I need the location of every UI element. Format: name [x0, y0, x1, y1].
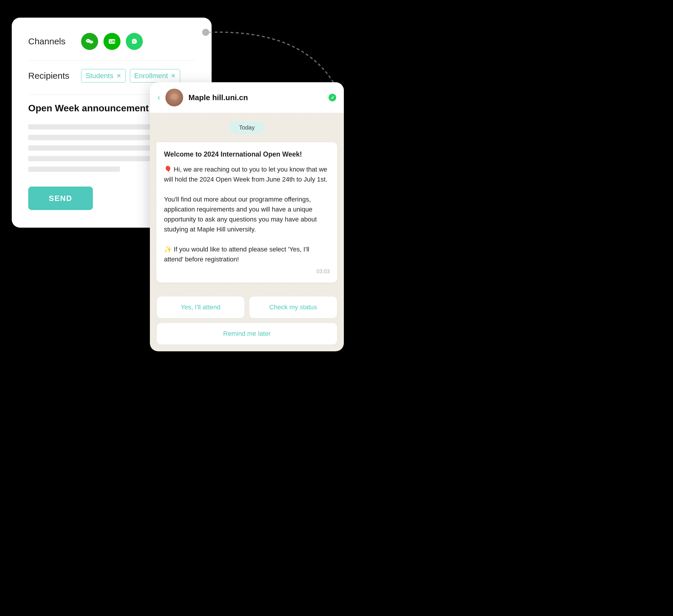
attend-button[interactable]: Yes, I'll attend	[156, 296, 245, 318]
message-body-1: 🎈 Hi, we are reaching out to you to let …	[164, 165, 330, 185]
svg-point-3	[89, 40, 93, 43]
enrollment-tag-label: Enrollment	[134, 72, 168, 80]
recipients-row: Recipients Students ✕ Enrollment ✕	[28, 69, 195, 82]
check-status-button[interactable]: Check my status	[249, 296, 338, 318]
students-tag-remove[interactable]: ✕	[117, 72, 122, 79]
chat-header: ‹ Maple hill.uni.cn ✓	[150, 82, 344, 113]
enrollment-tag[interactable]: Enrollment ✕	[130, 69, 181, 82]
chat-name: Maple hill.uni.cn	[188, 93, 323, 102]
svg-point-2	[88, 40, 89, 41]
avatar-image	[166, 89, 183, 106]
send-button[interactable]: SEND	[28, 187, 93, 210]
enrollment-tag-remove[interactable]: ✕	[171, 72, 176, 79]
verified-badge: ✓	[328, 94, 336, 101]
chat-card: ‹ Maple hill.uni.cn ✓ Today Welcome to 2…	[150, 82, 344, 351]
svg-point-4	[90, 42, 91, 42]
message-body-2: You'll find out more about our programme…	[164, 195, 330, 234]
whatsapp-icon[interactable]	[126, 33, 143, 50]
wechat-icon[interactable]	[81, 33, 98, 50]
students-tag-label: Students	[85, 72, 114, 80]
chat-body: Today Welcome to 2024 International Open…	[150, 113, 344, 296]
channels-divider	[28, 60, 195, 61]
back-button[interactable]: ‹	[158, 93, 160, 102]
message-title: Welcome to 2024 International Open Week!	[164, 149, 330, 160]
svg-point-9	[202, 29, 209, 36]
svg-point-1	[87, 40, 87, 41]
svg-point-5	[91, 42, 92, 42]
channels-label: Channels	[28, 36, 81, 46]
students-tag[interactable]: Students ✕	[81, 69, 126, 82]
message-body-3: ✨ If you would like to attend please sel…	[164, 244, 330, 264]
channels-row: Channels LINE	[28, 33, 195, 50]
message-bubble: Welcome to 2024 International Open Week!…	[156, 142, 338, 283]
chat-actions: Yes, I'll attend Check my status Remind …	[150, 296, 344, 351]
message-time: 03:03	[164, 268, 330, 276]
channel-icons: LINE	[81, 33, 143, 50]
recipients-label: Recipients	[28, 71, 81, 81]
text-line-5	[28, 167, 120, 172]
remind-button[interactable]: Remind me later	[156, 323, 338, 345]
text-line-3	[28, 145, 154, 151]
avatar	[166, 89, 183, 106]
line-icon[interactable]: LINE	[103, 33, 121, 50]
primary-actions: Yes, I'll attend Check my status	[156, 296, 338, 318]
today-badge: Today	[230, 121, 264, 134]
svg-text:LINE: LINE	[110, 40, 117, 43]
